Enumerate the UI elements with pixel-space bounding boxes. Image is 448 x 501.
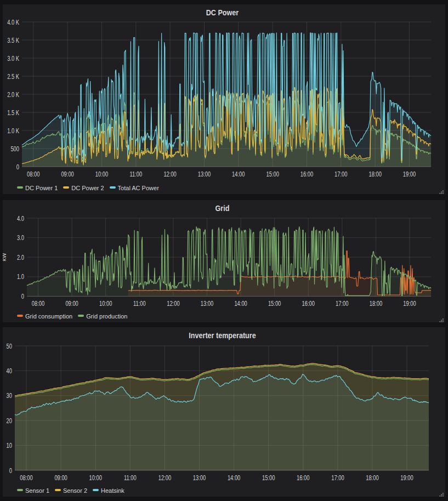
svg-text:40: 40 <box>7 367 12 375</box>
svg-text:1.0 K: 1.0 K <box>7 127 19 134</box>
svg-text:15:00: 15:00 <box>262 474 275 481</box>
svg-text:09:00: 09:00 <box>54 474 67 481</box>
svg-text:17:00: 17:00 <box>334 170 347 178</box>
svg-text:Inverter temperature: Inverter temperature <box>189 331 256 340</box>
svg-text:4.0: 4.0 <box>17 214 24 222</box>
svg-text:13:00: 13:00 <box>193 474 206 481</box>
svg-text:12:00: 12:00 <box>158 474 171 481</box>
svg-text:12:00: 12:00 <box>167 300 179 308</box>
svg-text:13:00: 13:00 <box>201 300 213 308</box>
svg-text:17:00: 17:00 <box>331 474 344 481</box>
svg-text:30: 30 <box>7 392 12 400</box>
svg-text:15:00: 15:00 <box>268 300 281 308</box>
svg-text:08:00: 08:00 <box>32 300 44 308</box>
svg-text:3.0: 3.0 <box>17 234 24 242</box>
svg-text:10:00: 10:00 <box>95 170 108 178</box>
svg-text:18:00: 18:00 <box>368 170 381 178</box>
svg-text:15:00: 15:00 <box>266 170 279 178</box>
svg-text:0: 0 <box>16 163 19 170</box>
svg-text:20: 20 <box>7 417 12 424</box>
svg-text:500: 500 <box>10 145 19 152</box>
svg-text:13:00: 13:00 <box>198 170 211 178</box>
svg-text:1.5 K: 1.5 K <box>7 109 19 116</box>
svg-text:11:00: 11:00 <box>124 474 137 481</box>
svg-text:14:00: 14:00 <box>234 300 247 308</box>
svg-text:09:00: 09:00 <box>65 300 78 308</box>
svg-text:19:00: 19:00 <box>403 170 416 178</box>
svg-text:09:00: 09:00 <box>61 170 73 178</box>
svg-text:0: 0 <box>9 466 12 474</box>
svg-text:11:00: 11:00 <box>133 300 146 308</box>
svg-text:16:00: 16:00 <box>302 300 314 308</box>
svg-text:1.0: 1.0 <box>17 273 24 281</box>
svg-text:08:00: 08:00 <box>27 170 39 178</box>
svg-text:Grid: Grid <box>216 204 230 213</box>
svg-text:50: 50 <box>7 342 12 350</box>
svg-text:0: 0 <box>21 293 24 300</box>
svg-text:18:00: 18:00 <box>366 474 378 481</box>
svg-text:4.0 K: 4.0 K <box>7 18 19 26</box>
svg-text:10:00: 10:00 <box>99 300 112 308</box>
svg-text:14:00: 14:00 <box>228 474 240 481</box>
svg-text:19:00: 19:00 <box>403 300 416 308</box>
svg-text:2.5 K: 2.5 K <box>7 72 19 80</box>
svg-text:2.0 K: 2.0 K <box>7 90 19 98</box>
svg-text:14:00: 14:00 <box>232 170 245 178</box>
svg-text:08:00: 08:00 <box>20 474 32 481</box>
svg-text:3.5 K: 3.5 K <box>7 36 19 44</box>
svg-text:kW: kW <box>3 253 7 261</box>
svg-text:DC Power: DC Power <box>206 8 239 17</box>
svg-text:19:00: 19:00 <box>400 474 413 481</box>
svg-text:10:00: 10:00 <box>89 474 101 481</box>
svg-text:11:00: 11:00 <box>129 170 142 178</box>
svg-text:16:00: 16:00 <box>297 474 309 481</box>
svg-text:12:00: 12:00 <box>163 170 176 178</box>
svg-text:10: 10 <box>7 442 12 449</box>
svg-text:17:00: 17:00 <box>336 300 348 308</box>
svg-text:16:00: 16:00 <box>300 170 313 178</box>
svg-text:3.0 K: 3.0 K <box>7 54 19 62</box>
svg-text:2.0: 2.0 <box>17 253 24 261</box>
svg-text:18:00: 18:00 <box>370 300 382 308</box>
